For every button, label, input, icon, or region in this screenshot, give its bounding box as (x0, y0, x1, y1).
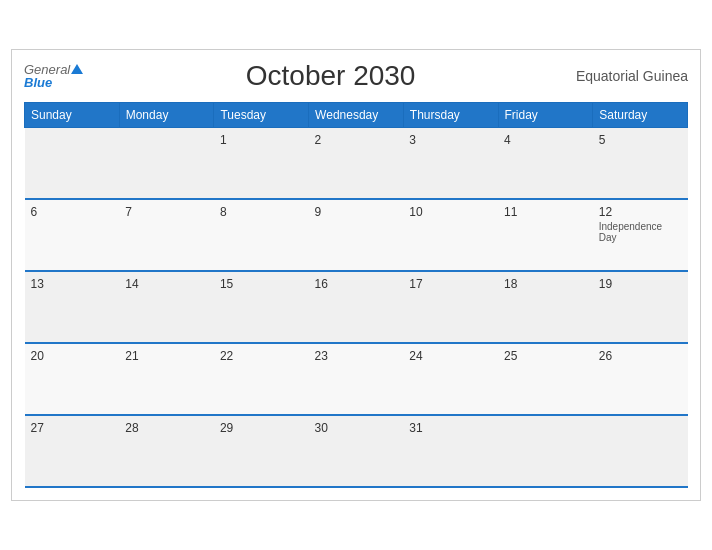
calendar-day-cell: 31 (403, 415, 498, 487)
calendar-day-cell: 30 (309, 415, 404, 487)
day-number: 24 (409, 349, 492, 363)
calendar-container: General Blue October 2030 Equatorial Gui… (11, 49, 701, 502)
day-number: 10 (409, 205, 492, 219)
calendar-day-cell: 28 (119, 415, 214, 487)
calendar-day-cell: 18 (498, 271, 593, 343)
logo-triangle-icon (71, 64, 83, 74)
col-tuesday: Tuesday (214, 102, 309, 127)
calendar-day-cell: 15 (214, 271, 309, 343)
calendar-day-cell: 20 (25, 343, 120, 415)
calendar-day-cell: 22 (214, 343, 309, 415)
col-saturday: Saturday (593, 102, 688, 127)
day-number: 17 (409, 277, 492, 291)
day-number: 6 (31, 205, 114, 219)
calendar-day-cell: 27 (25, 415, 120, 487)
day-number: 3 (409, 133, 492, 147)
calendar-day-cell (119, 127, 214, 199)
col-sunday: Sunday (25, 102, 120, 127)
day-number: 14 (125, 277, 208, 291)
calendar-day-cell (593, 415, 688, 487)
col-monday: Monday (119, 102, 214, 127)
calendar-day-cell: 10 (403, 199, 498, 271)
day-number: 15 (220, 277, 303, 291)
day-number: 20 (31, 349, 114, 363)
day-number: 26 (599, 349, 682, 363)
day-number: 8 (220, 205, 303, 219)
day-number: 19 (599, 277, 682, 291)
logo: General Blue (24, 63, 85, 89)
calendar-day-cell: 8 (214, 199, 309, 271)
calendar-week-row: 6789101112Independence Day (25, 199, 688, 271)
day-number: 31 (409, 421, 492, 435)
calendar-day-cell: 1 (214, 127, 309, 199)
calendar-day-cell: 4 (498, 127, 593, 199)
day-number: 16 (315, 277, 398, 291)
calendar-day-cell: 9 (309, 199, 404, 271)
calendar-grid: Sunday Monday Tuesday Wednesday Thursday… (24, 102, 688, 489)
calendar-day-cell: 3 (403, 127, 498, 199)
calendar-day-cell: 6 (25, 199, 120, 271)
calendar-day-cell: 24 (403, 343, 498, 415)
day-number: 9 (315, 205, 398, 219)
calendar-day-cell: 29 (214, 415, 309, 487)
day-number: 30 (315, 421, 398, 435)
calendar-day-cell: 16 (309, 271, 404, 343)
calendar-day-cell (498, 415, 593, 487)
day-number: 18 (504, 277, 587, 291)
holiday-label: Independence Day (599, 221, 682, 243)
calendar-week-row: 2728293031 (25, 415, 688, 487)
calendar-week-row: 13141516171819 (25, 271, 688, 343)
calendar-header-row: Sunday Monday Tuesday Wednesday Thursday… (25, 102, 688, 127)
calendar-title: October 2030 (246, 60, 416, 92)
calendar-day-cell: 7 (119, 199, 214, 271)
calendar-day-cell: 23 (309, 343, 404, 415)
day-number: 25 (504, 349, 587, 363)
calendar-day-cell: 25 (498, 343, 593, 415)
day-number: 27 (31, 421, 114, 435)
day-number: 5 (599, 133, 682, 147)
day-number: 13 (31, 277, 114, 291)
day-number: 1 (220, 133, 303, 147)
col-wednesday: Wednesday (309, 102, 404, 127)
day-number: 23 (315, 349, 398, 363)
col-thursday: Thursday (403, 102, 498, 127)
day-number: 7 (125, 205, 208, 219)
calendar-header: General Blue October 2030 Equatorial Gui… (24, 60, 688, 92)
calendar-week-row: 12345 (25, 127, 688, 199)
logo-blue-text: Blue (24, 76, 52, 89)
day-number: 4 (504, 133, 587, 147)
calendar-day-cell: 2 (309, 127, 404, 199)
day-number: 12 (599, 205, 682, 219)
day-number: 11 (504, 205, 587, 219)
calendar-country: Equatorial Guinea (576, 68, 688, 84)
calendar-week-row: 20212223242526 (25, 343, 688, 415)
logo-general-text: General (24, 63, 70, 76)
calendar-day-cell: 11 (498, 199, 593, 271)
day-number: 28 (125, 421, 208, 435)
calendar-day-cell: 5 (593, 127, 688, 199)
calendar-day-cell: 26 (593, 343, 688, 415)
calendar-day-cell: 12Independence Day (593, 199, 688, 271)
day-number: 22 (220, 349, 303, 363)
calendar-day-cell (25, 127, 120, 199)
calendar-day-cell: 21 (119, 343, 214, 415)
day-number: 21 (125, 349, 208, 363)
calendar-day-cell: 17 (403, 271, 498, 343)
col-friday: Friday (498, 102, 593, 127)
day-number: 29 (220, 421, 303, 435)
calendar-day-cell: 19 (593, 271, 688, 343)
calendar-day-cell: 14 (119, 271, 214, 343)
day-number: 2 (315, 133, 398, 147)
calendar-day-cell: 13 (25, 271, 120, 343)
